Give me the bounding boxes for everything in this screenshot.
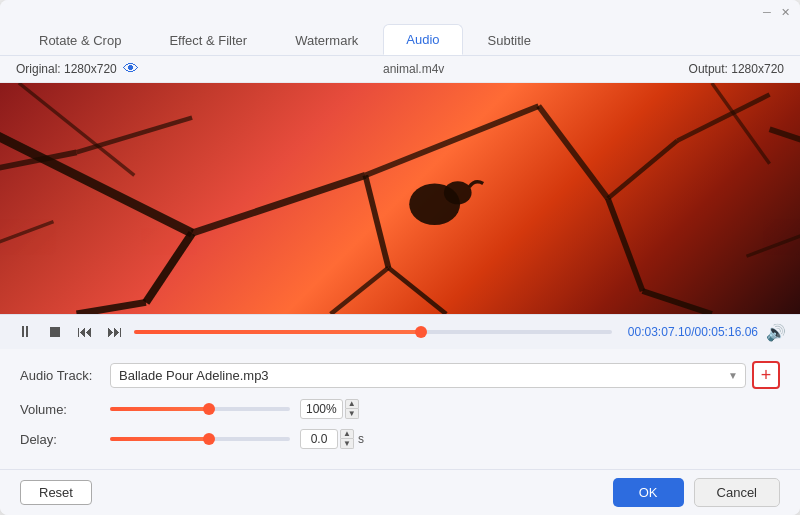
svg-line-22 [747, 222, 801, 257]
progress-track[interactable] [134, 330, 612, 334]
volume-value-group: 100% ▲ ▼ [300, 399, 359, 419]
delay-down-button[interactable]: ▼ [340, 439, 354, 449]
volume-row: Volume: 100% ▲ ▼ [20, 399, 780, 419]
audio-track-label: Audio Track: [20, 368, 110, 383]
add-audio-button[interactable]: + [752, 361, 780, 389]
bottom-actions: OK Cancel [613, 478, 780, 507]
filename-label: animal.m4v [383, 62, 444, 76]
svg-line-2 [192, 175, 365, 233]
prev-frame-button[interactable]: ⏮ [74, 321, 96, 343]
svg-line-5 [77, 302, 146, 314]
audio-track-select-wrapper: Ballade Pour Adeline.mp3 ▼ [110, 363, 746, 388]
delay-unit-label: s [358, 432, 364, 446]
tab-rotate[interactable]: Rotate & Crop [16, 25, 144, 55]
volume-thumb[interactable] [203, 403, 215, 415]
svg-line-8 [608, 141, 677, 199]
controls-bar: ⏸ ⏹ ⏮ ⏭ 00:03:07.10/00:05:16.06 🔊 [0, 314, 800, 349]
volume-down-button[interactable]: ▼ [345, 409, 359, 419]
volume-up-button[interactable]: ▲ [345, 399, 359, 409]
svg-line-21 [0, 222, 54, 257]
svg-line-6 [365, 175, 388, 267]
pause-button[interactable]: ⏸ [14, 321, 36, 343]
video-preview-area [0, 83, 800, 314]
svg-line-13 [77, 118, 193, 153]
original-resolution: Original: 1280x720 [16, 62, 117, 76]
delay-value[interactable]: 0.0 [300, 429, 338, 449]
time-display: 00:03:07.10/00:05:16.06 [628, 325, 758, 339]
delay-thumb[interactable] [203, 433, 215, 445]
next-frame-button[interactable]: ⏭ [104, 321, 126, 343]
eye-icon[interactable]: 👁 [123, 60, 139, 78]
progress-thumb[interactable] [415, 326, 427, 338]
info-bar: Original: 1280x720 👁 animal.m4v Output: … [0, 56, 800, 83]
svg-line-7 [539, 106, 608, 198]
volume-icon[interactable]: 🔊 [766, 323, 786, 342]
tab-watermark[interactable]: Watermark [272, 25, 381, 55]
volume-track[interactable] [110, 407, 290, 411]
svg-line-14 [770, 129, 800, 152]
volume-spinners: ▲ ▼ [345, 399, 359, 419]
delay-row: Delay: 0.0 ▲ ▼ s [20, 429, 780, 449]
progress-fill [134, 330, 421, 334]
audio-track-row: Audio Track: Ballade Pour Adeline.mp3 ▼ … [20, 361, 780, 389]
reset-button[interactable]: Reset [20, 480, 92, 505]
delay-fill [110, 437, 209, 441]
volume-fill [110, 407, 209, 411]
svg-point-18 [444, 181, 472, 204]
audio-track-select[interactable]: Ballade Pour Adeline.mp3 [110, 363, 746, 388]
svg-line-15 [388, 268, 446, 314]
tab-subtitle[interactable]: Subtitle [465, 25, 554, 55]
tab-effect[interactable]: Effect & Filter [146, 25, 270, 55]
title-bar: ─ ✕ [0, 0, 800, 24]
ok-button[interactable]: OK [613, 478, 684, 507]
video-branches-overlay [0, 83, 800, 314]
svg-line-3 [365, 106, 538, 175]
volume-label: Volume: [20, 402, 110, 417]
delay-track[interactable] [110, 437, 290, 441]
bottom-bar: Reset OK Cancel [0, 469, 800, 515]
volume-value[interactable]: 100% [300, 399, 343, 419]
delay-label: Delay: [20, 432, 110, 447]
svg-line-11 [643, 291, 712, 314]
delay-up-button[interactable]: ▲ [340, 429, 354, 439]
svg-line-1 [0, 118, 192, 233]
delay-value-group: 0.0 ▲ ▼ s [300, 429, 364, 449]
delay-slider[interactable] [110, 437, 290, 441]
settings-panel: Audio Track: Ballade Pour Adeline.mp3 ▼ … [0, 349, 800, 469]
time-current: 00:03:07.10 [628, 325, 691, 339]
tab-bar: Rotate & Crop Effect & Filter Watermark … [0, 24, 800, 56]
svg-line-4 [146, 233, 192, 302]
close-button[interactable]: ✕ [778, 5, 792, 19]
video-preview [0, 83, 800, 314]
stop-button[interactable]: ⏹ [44, 321, 66, 343]
svg-line-10 [608, 199, 643, 291]
volume-slider[interactable] [110, 407, 290, 411]
minimize-button[interactable]: ─ [760, 5, 774, 19]
tab-audio[interactable]: Audio [383, 24, 462, 55]
main-window: ─ ✕ Rotate & Crop Effect & Filter Waterm… [0, 0, 800, 515]
svg-line-16 [331, 268, 389, 314]
delay-spinners: ▲ ▼ [340, 429, 354, 449]
output-resolution: Output: 1280x720 [689, 62, 784, 76]
cancel-button[interactable]: Cancel [694, 478, 780, 507]
time-total: 00:05:16.06 [695, 325, 758, 339]
progress-container[interactable] [134, 330, 612, 334]
svg-line-20 [712, 83, 770, 164]
